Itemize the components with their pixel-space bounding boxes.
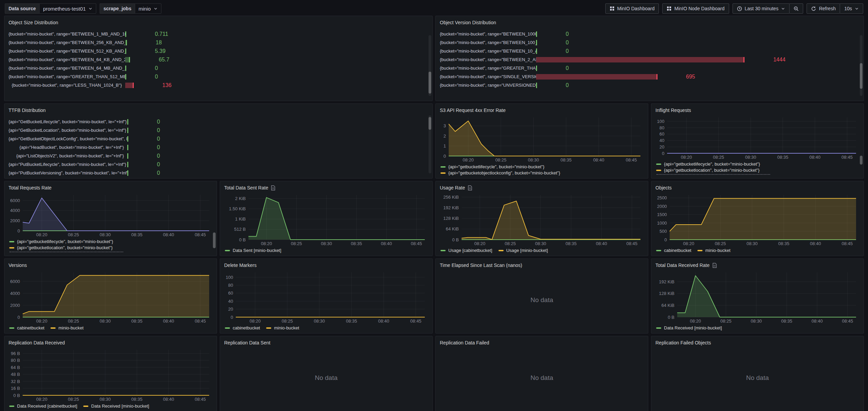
panel-title[interactable]: Versions [9, 263, 27, 268]
legend-item[interactable]: cabinetbucket [225, 325, 260, 330]
gauge-bar: 0 [125, 74, 428, 80]
svg-text:08:30: 08:30 [100, 318, 111, 324]
legend-item[interactable]: Data Received [cabinetbucket] [9, 403, 77, 409]
panel-scrollbar[interactable] [429, 115, 431, 173]
legend-item[interactable]: minio-bucket [50, 325, 84, 330]
svg-text:08:20: 08:20 [36, 397, 47, 402]
gauge-bar: 0 [536, 40, 859, 45]
zoom-out-button[interactable] [789, 3, 803, 14]
svg-text:08:45: 08:45 [195, 318, 206, 324]
legend-item[interactable]: cabinetbucket [9, 325, 44, 330]
legend-item[interactable]: Usage [cabinetbucket] [440, 248, 492, 253]
gauge-row-value: 0 [566, 48, 569, 54]
legend-item[interactable]: minio-bucket [697, 248, 730, 253]
time-range-label: Last 30 minutes [745, 6, 779, 11]
legend-label: {api="getbucketlocation", bucket="minio-… [17, 245, 113, 250]
legend-item[interactable]: {api="getbucketlocation", bucket="minio-… [9, 245, 212, 250]
svg-text:40: 40 [228, 299, 233, 304]
legend-scrollbar[interactable] [860, 156, 863, 175]
panel-title[interactable]: Total Data Received Rate [655, 263, 710, 268]
panel-versions: Versions 020004000600008:2008:2508:3008:… [4, 258, 217, 334]
legend-item[interactable]: {api="getbucketlocation", bucket="minio-… [656, 168, 859, 173]
panel-title[interactable]: Inflight Requests [655, 108, 691, 113]
panel-title[interactable]: Total Data Sent Rate [224, 185, 268, 190]
panel-title[interactable]: TTFB Distribution [9, 108, 46, 113]
gauge-row-label: {api="GetBucketObjectLockConfig", bucket… [9, 136, 127, 141]
panel-title[interactable]: Replication Failed Objects [655, 340, 711, 345]
legend-item[interactable]: Usage [minio-bucket] [498, 248, 548, 253]
legend: {api="getbucketlifecycle", bucket="minio… [655, 160, 859, 175]
gauge-row: {api="ListObjectsV2", bucket="minio-buck… [9, 152, 428, 160]
panel-title[interactable]: Object Size Distribution [9, 20, 58, 25]
bar-gauge: {bucket="minio-bucket", range="BETWEEN_1… [9, 30, 428, 89]
svg-text:0: 0 [17, 228, 20, 233]
refresh-interval-dropdown[interactable]: 10s [840, 3, 863, 14]
legend-item[interactable]: {api="getbucketlifecycle", bucket="minio… [9, 239, 212, 244]
panel-total-data-sent-rate: Total Data Sent Rate 0 B512 B1 KiB1.50 K… [220, 181, 433, 256]
svg-text:1: 1 [444, 143, 446, 148]
legend-item[interactable]: {api="getbucketobjectlockconfig", bucket… [440, 170, 643, 175]
svg-text:256 KiB: 256 KiB [443, 195, 459, 200]
svg-text:64 B: 64 B [11, 365, 20, 370]
datasource-dropdown[interactable]: prometheus-test01 [39, 3, 96, 14]
scrape-jobs-dropdown[interactable]: minio [135, 3, 161, 14]
gauge-row: {bucket="minio-bucket", range="BETWEEN_1… [440, 47, 859, 55]
panel-scrollbar[interactable] [860, 35, 863, 96]
svg-text:1000: 1000 [657, 221, 667, 226]
panel-description-icon[interactable] [712, 263, 717, 268]
panel-title[interactable]: Time Elapsed Since Last Scan (nanos) [440, 263, 522, 268]
refresh-interval-value: 10s [844, 6, 852, 11]
panel-description-icon[interactable] [271, 185, 275, 190]
panel-title[interactable]: Delete Markers [224, 263, 257, 268]
panel-title[interactable]: Objects [655, 185, 671, 190]
panel-total-data-received-rate: Total Data Received Rate 0 B64 KiB128 Ki… [651, 258, 864, 334]
panel-scrollbar[interactable] [429, 35, 431, 96]
chevron-down-icon [855, 6, 859, 11]
panel-title[interactable]: Usage Rate [440, 185, 465, 190]
gauge-row-label: {bucket="minio-bucket", range="BETWEEN_6… [9, 66, 125, 71]
panel-title[interactable]: Total Requests Rate [9, 185, 52, 190]
legend-item[interactable]: cabinetbucket [656, 248, 691, 253]
panel-title[interactable]: Replication Data Received [9, 340, 65, 345]
svg-text:08:25: 08:25 [713, 155, 724, 160]
gauge-row: {bucket="minio-bucket", range="BETWEEN_1… [9, 30, 428, 38]
data-sent-chart[interactable]: 0 B512 B1 KiB1.50 KiB2 KiB08:2008:2508:3… [224, 192, 428, 246]
gauge-bar: 0 [127, 128, 428, 133]
objects-chart[interactable]: 0500100015002000250008:2008:2508:3008:35… [655, 192, 859, 246]
datasource-picker: Data source prometheus-test01 [5, 3, 96, 14]
minio-dashboard-link[interactable]: MinIO Dashboard [605, 3, 659, 14]
s3-4xx-chart[interactable]: 012308:2008:2508:3008:3508:4008:45 [440, 115, 644, 163]
legend-item[interactable]: {api="getbucketlifecycle", bucket="minio… [656, 161, 859, 167]
gauge-row-value: 0 [157, 119, 160, 125]
gauge-row-value: 0 [157, 136, 160, 142]
gauge-row: {api="GetBucketLifecycle", bucket="minio… [9, 117, 428, 126]
refresh-button[interactable]: Refresh [807, 3, 840, 14]
svg-text:08:35: 08:35 [778, 241, 790, 246]
minio-node-dashboard-link[interactable]: MinIO Node Dashboard [662, 3, 729, 14]
total-requests-chart[interactable]: 020004000600008:2008:2508:3008:3508:4008… [9, 192, 213, 238]
data-received-chart[interactable]: 0 B64 KiB128 KiB192 KiB08:2008:2508:3008… [655, 270, 859, 324]
versions-chart[interactable]: 020004000600008:2008:2508:3008:3508:4008… [9, 270, 213, 324]
replication-data-received-chart[interactable]: 0 B16 B32 B48 B64 B80 B96 B08:2008:2508:… [9, 347, 213, 402]
gauge-row-label: {bucket="minio-bucket", range="GREATER_T… [9, 74, 125, 79]
legend-item[interactable]: Data Sent [minio-bucket] [225, 248, 428, 253]
no-data-message: No data [655, 347, 859, 409]
panel-title[interactable]: Replication Data Sent [224, 340, 270, 345]
legend-item[interactable]: {api="getbucketlifecycle", bucket="minio… [440, 164, 643, 169]
legend-scrollbar[interactable] [213, 232, 216, 253]
panel-title[interactable]: Replication Data Failed [440, 340, 489, 345]
legend-item[interactable]: Data Received [minio-bucket] [83, 403, 149, 409]
usage-rate-chart[interactable]: 0 B64 KiB128 KiB192 KiB256 KiB08:2008:25… [440, 192, 644, 246]
legend-item[interactable]: Data Received [minio-bucket] [656, 325, 859, 330]
time-picker-button[interactable]: Last 30 minutes [733, 3, 790, 14]
svg-text:192 KiB: 192 KiB [659, 279, 675, 284]
inflight-chart[interactable]: 02040608010008:2008:2508:3008:3508:4008:… [655, 115, 859, 160]
panel-description-icon[interactable] [468, 185, 472, 190]
svg-text:08:20: 08:20 [249, 318, 261, 324]
legend-item[interactable]: minio-bucket [266, 325, 299, 330]
svg-text:08:20: 08:20 [36, 232, 47, 237]
panel-title[interactable]: Object Version Distribution [440, 20, 496, 25]
delete-markers-chart[interactable]: 02040608010008:2008:2508:3008:3508:4008:… [224, 270, 428, 324]
panel-title[interactable]: S3 API Request 4xx Error Rate [440, 108, 506, 113]
svg-text:08:35: 08:35 [561, 157, 572, 162]
